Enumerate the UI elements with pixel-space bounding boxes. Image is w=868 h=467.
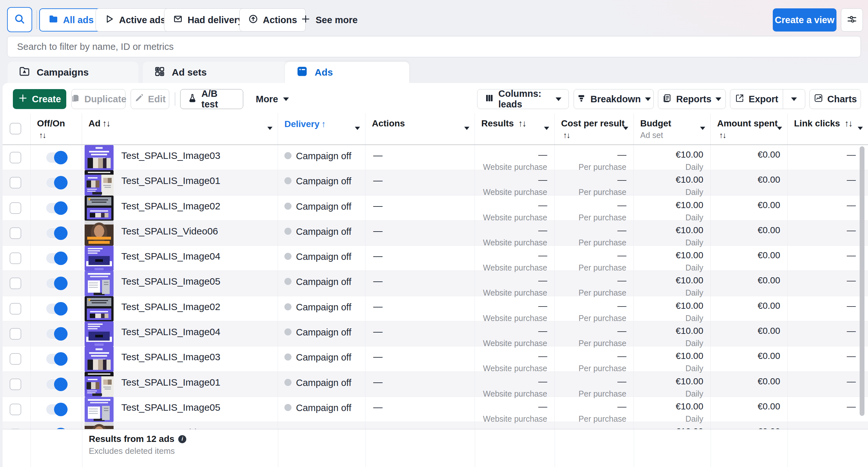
ad-name[interactable]: Test_SPALIS_Image02	[121, 201, 220, 220]
search-filter-button[interactable]	[7, 7, 32, 32]
create-a-view-button[interactable]: Create a view	[773, 8, 836, 32]
chevron-down-icon[interactable]	[858, 127, 863, 130]
row-checkbox[interactable]	[10, 177, 21, 188]
column-header-off-on[interactable]: Off/On ↑↓	[31, 113, 82, 145]
columns-button[interactable]: Columns: leads	[477, 89, 569, 109]
ad-name[interactable]: Test_SPALIS_Image04	[121, 251, 220, 271]
edit-button[interactable]: Edit	[131, 89, 169, 109]
column-header-cost-per-result[interactable]: Cost per result ↑↓	[555, 113, 634, 145]
see-more-button[interactable]: See more	[301, 8, 358, 32]
row-checkbox[interactable]	[10, 227, 21, 239]
amount-spent-value: €0.00	[711, 376, 780, 386]
ad-on-off-toggle[interactable]	[46, 404, 67, 415]
ad-name[interactable]: Test_SPALIS_Image02	[121, 301, 220, 321]
ad-thumbnail[interactable]	[85, 346, 114, 371]
ad-thumbnail[interactable]	[85, 372, 114, 397]
ab-test-button[interactable]: A/B test	[180, 89, 243, 109]
view-settings-button[interactable]	[841, 8, 863, 32]
vertical-scrollbar[interactable]	[860, 146, 864, 416]
column-header-actions[interactable]: Actions	[366, 113, 475, 145]
column-header-budget[interactable]: Budget Ad set	[634, 113, 711, 145]
row-checkbox[interactable]	[10, 404, 21, 415]
chevron-down-icon[interactable]	[464, 127, 469, 130]
search-input[interactable]	[17, 41, 851, 52]
ad-on-off-toggle[interactable]	[46, 228, 67, 239]
ad-thumbnail[interactable]	[85, 321, 114, 346]
tab-ads[interactable]: Ads	[285, 62, 409, 83]
ad-thumbnail[interactable]	[85, 221, 114, 246]
chevron-down-icon[interactable]	[777, 127, 782, 130]
ad-on-off-toggle[interactable]	[46, 253, 67, 264]
filter-actions[interactable]: Actions	[239, 8, 306, 32]
delivery-status: Campaign off	[296, 277, 351, 295]
row-checkbox[interactable]	[10, 252, 21, 264]
filter-had-delivery[interactable]: Had delivery	[164, 8, 252, 32]
ad-on-off-toggle[interactable]	[46, 329, 67, 339]
export-button[interactable]: Export	[730, 89, 783, 109]
ad-name[interactable]: Test_SPALIS_Image05	[121, 402, 220, 422]
column-header-amount-spent[interactable]: Amount spent ↑↓	[711, 113, 787, 145]
breakdown-button[interactable]: Breakdown	[574, 89, 654, 109]
results-value: —	[475, 200, 547, 210]
info-icon[interactable]: i	[178, 435, 186, 443]
ad-name[interactable]: Test_SPALIS_Image03	[121, 150, 220, 170]
ad-on-off-toggle[interactable]	[46, 203, 67, 214]
select-all-checkbox[interactable]	[10, 123, 21, 134]
ad-name[interactable]: Test_SPALIS_Image01	[121, 175, 220, 195]
results-value: —	[475, 225, 547, 236]
column-header-results[interactable]: Results ↑↓	[475, 113, 555, 145]
ad-thumbnail[interactable]	[85, 246, 114, 271]
row-checkbox[interactable]	[10, 278, 21, 289]
ad-name[interactable]: Test_SPALIS_Image01	[121, 377, 220, 397]
charts-button[interactable]: Charts	[809, 89, 861, 109]
chevron-down-icon[interactable]	[623, 127, 628, 130]
reports-button[interactable]: Reports	[658, 89, 726, 109]
ad-thumbnail[interactable]	[85, 397, 114, 422]
ad-thumbnail[interactable]	[85, 195, 114, 221]
tab-ad-sets[interactable]: Ad sets	[143, 62, 289, 83]
filter-all-ads[interactable]: All ads	[39, 8, 103, 32]
ad-on-off-toggle[interactable]	[46, 303, 67, 314]
duplicate-button[interactable]: Duplicate	[71, 89, 125, 109]
ad-on-off-toggle[interactable]	[46, 379, 67, 390]
delivery-status: Campaign off	[296, 378, 351, 397]
ad-thumbnail[interactable]	[85, 145, 114, 170]
column-header-delivery[interactable]: Delivery ↑	[278, 113, 366, 145]
ad-on-off-toggle[interactable]	[46, 278, 67, 289]
column-header-link-clicks[interactable]: Link clicks ↑↓	[787, 113, 868, 145]
toggle-knob	[54, 151, 68, 164]
ad-name[interactable]: Test_SPALIS_Video06	[121, 226, 218, 245]
column-header-ad[interactable]: Ad ↑↓	[82, 113, 278, 145]
pencil-icon	[134, 93, 144, 105]
row-checkbox[interactable]	[10, 353, 21, 365]
chevron-down-icon[interactable]	[544, 127, 549, 130]
more-menu-button[interactable]: More	[256, 89, 289, 109]
ad-name[interactable]: Test_SPALIS_Image03	[121, 351, 220, 371]
ad-thumbnail[interactable]	[85, 271, 114, 296]
row-checkbox[interactable]	[10, 328, 21, 340]
ad-thumbnail[interactable]	[85, 296, 114, 321]
row-checkbox[interactable]	[10, 202, 21, 214]
filter-active-ads[interactable]: Active ads	[96, 8, 174, 32]
ad-on-off-toggle[interactable]	[46, 353, 67, 365]
create-button[interactable]: Create	[13, 89, 66, 109]
ad-on-off-toggle[interactable]	[46, 152, 67, 163]
chevron-down-icon[interactable]	[355, 127, 360, 130]
chevron-down-icon[interactable]	[700, 127, 705, 130]
delivery-status: Campaign off	[296, 302, 351, 321]
delivery-status-dot	[284, 353, 291, 361]
create-label: Create	[32, 94, 61, 104]
tab-campaigns[interactable]: Campaigns	[8, 62, 138, 83]
row-checkbox[interactable]	[10, 379, 21, 390]
row-checkbox[interactable]	[10, 303, 21, 315]
export-options-button[interactable]	[783, 89, 805, 109]
ad-thumbnail[interactable]	[85, 170, 114, 195]
ad-on-off-toggle[interactable]	[46, 177, 67, 188]
column-sublabel: Ad set	[640, 131, 710, 140]
chevron-down-icon[interactable]	[267, 127, 273, 130]
ad-name[interactable]: Test_SPALIS_Image05	[121, 276, 220, 295]
ad-name[interactable]: Test_SPALIS_Image04	[121, 326, 220, 346]
row-checkbox[interactable]	[10, 152, 21, 163]
duplicate-icon	[70, 93, 80, 105]
amount-spent-value: €0.00	[711, 250, 780, 260]
